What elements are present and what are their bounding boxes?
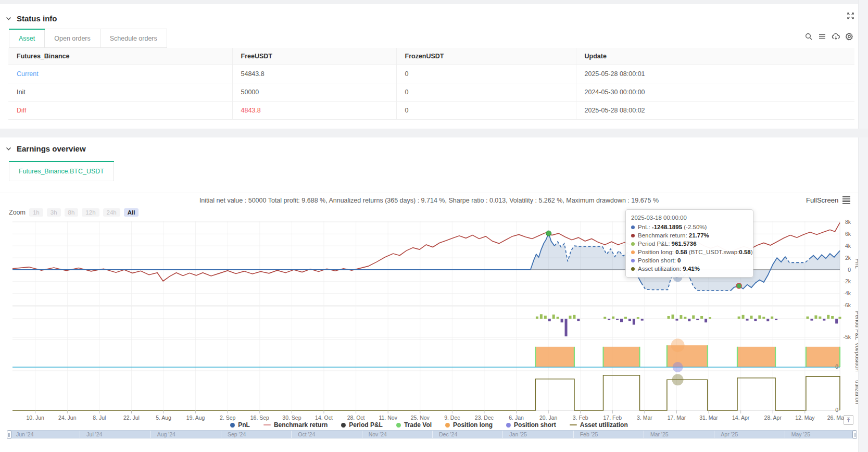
- tooltip-bullet: [631, 267, 635, 271]
- column-header: FreeUSDT: [232, 48, 396, 65]
- range-navigator[interactable]: Jun '24Jul '24Aug '24Sep '24Oct '24Nov '…: [9, 430, 854, 438]
- svg-text:6k: 6k: [845, 231, 851, 237]
- nav-month-divider: [644, 431, 644, 438]
- zoom-option-24h[interactable]: 24h: [103, 208, 120, 217]
- column-header: FrozenUSDT: [396, 48, 576, 65]
- tooltip-date: 2025-03-18 00:00:00: [631, 214, 748, 222]
- settings-icon[interactable]: [844, 31, 854, 42]
- back-to-top-icon: ⤒: [847, 417, 850, 424]
- zoom-option-12h[interactable]: 12h: [82, 208, 99, 217]
- expand-icon[interactable]: [845, 10, 856, 21]
- panel-axis-title: vol/position: [854, 343, 858, 371]
- svg-text:23. Dec: 23. Dec: [475, 415, 494, 421]
- dashboard-root: Status info AssetOpen ordersSchedule ord…: [0, 0, 868, 452]
- nav-month-label: Feb '25: [580, 431, 598, 437]
- svg-text:10. Jun: 10. Jun: [26, 415, 44, 421]
- zoom-option-1h[interactable]: 1h: [29, 208, 43, 217]
- right-gutter: [858, 0, 868, 452]
- row-label[interactable]: Current: [8, 65, 232, 83]
- nav-handle-left[interactable]: [7, 430, 11, 439]
- tab-schedule-orders[interactable]: Schedule orders: [100, 29, 167, 48]
- svg-text:17. Mar: 17. Mar: [668, 415, 686, 421]
- nav-month-label: Nov '24: [369, 431, 387, 437]
- asset-table: Futures_BinanceFreeUSDTFrozenUSDTUpdate …: [8, 48, 854, 120]
- svg-text:0: 0: [835, 407, 838, 413]
- svg-text:20. Jan: 20. Jan: [539, 415, 558, 421]
- svg-text:25. Nov: 25. Nov: [411, 415, 430, 421]
- tooltip-item: Position short: 0: [631, 256, 748, 265]
- legend-marker: [570, 424, 577, 426]
- pnl-min-marker: [736, 283, 741, 288]
- tab-open-orders[interactable]: Open orders: [45, 29, 100, 48]
- panel-axis-title: Period P&L: [854, 311, 858, 340]
- tooltip-item: Position long: 0.58 (BTC_USDT.swap:0.58): [631, 248, 748, 256]
- pnl-line-segment: [785, 257, 809, 262]
- legend-marker: [396, 423, 401, 428]
- legend-item-trade-vol[interactable]: Trade Vol: [396, 421, 432, 429]
- collapse-chevron-icon[interactable]: [5, 15, 12, 22]
- legend-marker: [341, 423, 346, 428]
- row-label: Diff: [8, 102, 232, 120]
- svg-text:14. Apr: 14. Apr: [732, 415, 750, 421]
- svg-text:12. May: 12. May: [795, 415, 815, 421]
- legend-marker: [263, 424, 271, 426]
- svg-text:30. Sep: 30. Sep: [282, 415, 301, 421]
- zoom-option-all[interactable]: All: [124, 208, 139, 217]
- legend-item-period-p&l[interactable]: Period P&L: [341, 421, 383, 429]
- tab-futures-binance-btc-usdt[interactable]: Futures_Binance.BTC_USDT: [9, 161, 114, 181]
- svg-text:8. Jul: 8. Jul: [93, 415, 106, 421]
- svg-text:-5k: -5k: [843, 334, 851, 340]
- tab-asset[interactable]: Asset: [9, 29, 45, 48]
- nav-month-divider: [573, 431, 574, 438]
- legend-item-pnl[interactable]: PnL: [230, 421, 250, 429]
- table-row: Diff4843.802025-05-28 08:00:02: [8, 102, 854, 120]
- svg-text:24. Jun: 24. Jun: [58, 415, 77, 421]
- nav-month-divider: [221, 431, 221, 438]
- nav-month-label: Dec '24: [439, 431, 457, 437]
- nav-month-divider: [80, 431, 80, 438]
- legend-marker: [230, 423, 235, 428]
- zoom-option-8h[interactable]: 8h: [65, 208, 79, 217]
- search-icon[interactable]: [803, 31, 814, 42]
- legend-item-position-short[interactable]: Position short: [506, 421, 556, 429]
- nav-month-divider: [362, 431, 362, 438]
- legend-item-benchmark-return[interactable]: Benchmark return: [263, 421, 328, 429]
- nav-month-divider: [150, 431, 151, 438]
- tooltip-bullet: [631, 234, 635, 237]
- chart-menu-icon[interactable]: [842, 195, 850, 205]
- back-to-top-button[interactable]: ⤒: [844, 415, 853, 425]
- legend-item-asset-utilization[interactable]: Asset utilization: [570, 421, 628, 429]
- nav-month-label: Aug '24: [157, 431, 175, 437]
- tooltip-bullet: [631, 259, 635, 262]
- status-section: Status info AssetOpen ordersSchedule ord…: [0, 4, 858, 129]
- table-row: Current54843.802025-05-28 08:00:01: [8, 65, 854, 83]
- pnl-max-marker: [546, 231, 551, 236]
- fullscreen-button[interactable]: FullScreen: [806, 195, 850, 205]
- position-long-blocks: [535, 345, 840, 367]
- legend-marker: [506, 423, 511, 428]
- svg-text:-4k: -4k: [843, 290, 851, 296]
- nav-handle-right[interactable]: [852, 430, 857, 439]
- zoom-option-3h[interactable]: 3h: [47, 208, 61, 217]
- cloud-download-icon[interactable]: [831, 31, 841, 42]
- nav-month-label: Jun '24: [16, 431, 34, 437]
- nav-month-label: Sep '24: [228, 431, 246, 437]
- svg-text:0: 0: [848, 267, 851, 273]
- nav-month-divider: [714, 431, 714, 438]
- legend-item-position-long[interactable]: Position long: [445, 421, 493, 429]
- svg-text:28. Apr: 28. Apr: [764, 415, 782, 421]
- svg-text:4k: 4k: [845, 243, 851, 249]
- nav-month-divider: [291, 431, 292, 438]
- menu-icon[interactable]: [817, 31, 827, 42]
- collapse-chevron-icon[interactable]: [5, 145, 12, 152]
- panel-axis-title: utilization: [854, 380, 858, 404]
- nav-month-label: Oct '24: [298, 431, 315, 437]
- y-axis-labels: 8k6k4k2k0-2k-4k-6k-5k00: [835, 219, 851, 413]
- nav-month-divider: [502, 431, 503, 438]
- earnings-section-title: Earnings overview: [17, 144, 86, 153]
- chart-legend: PnLBenchmark returnPeriod P&LTrade VolPo…: [0, 421, 858, 429]
- svg-text:14. Oct: 14. Oct: [315, 415, 333, 421]
- earnings-section: Earnings overview Futures_Binance.BTC_US…: [0, 137, 858, 452]
- svg-text:2k: 2k: [845, 255, 851, 261]
- update-cell: 2025-05-28 08:00:02: [576, 102, 854, 120]
